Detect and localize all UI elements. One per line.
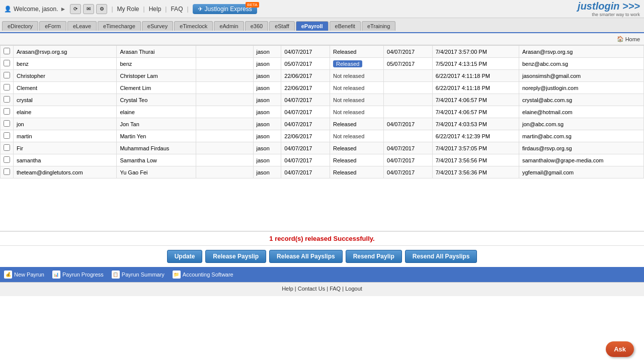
- last-updated-cell: 6/22/2017 4:11:18 PM: [432, 82, 519, 94]
- not-released-text: Not released: [333, 85, 364, 91]
- released-on-cell: [384, 70, 433, 82]
- row-checkbox[interactable]: [4, 60, 10, 66]
- release-status-cell: Released: [330, 58, 383, 70]
- tab-edirectory[interactable]: eDirectory: [2, 21, 38, 31]
- email-cell: elaine@hotmail.com: [519, 106, 643, 118]
- mail-icon-btn[interactable]: ✉: [83, 4, 94, 14]
- row-checkbox[interactable]: [4, 132, 10, 139]
- accounting-icon: 📁: [173, 270, 181, 279]
- row-checkbox[interactable]: [4, 168, 10, 175]
- release-status-cell: Not released: [330, 82, 383, 94]
- home-link[interactable]: 🏠 Home: [617, 36, 640, 42]
- row-checkbox[interactable]: [4, 120, 10, 127]
- payrun-progress-link[interactable]: 📊 Payrun Progress: [52, 270, 104, 279]
- refresh-icon-btn[interactable]: ⟳: [70, 4, 81, 14]
- top-header: 👤 Welcome, jason. ► ⟳ ✉ ⚙ | My Role | He…: [0, 0, 644, 18]
- released-on-cell: 04/07/2017: [384, 118, 433, 130]
- checkbox-cell[interactable]: [1, 106, 14, 118]
- checkbox-cell[interactable]: [1, 166, 14, 178]
- release-status-cell: Not released: [330, 106, 383, 118]
- email-cell: crystal@abc.com.sg: [519, 94, 643, 106]
- tab-esurvey[interactable]: eSurvey: [142, 21, 173, 31]
- row-checkbox[interactable]: [4, 72, 10, 78]
- email-cell: ygfemail@gmail.com: [519, 166, 643, 178]
- resend-all-payslips-button[interactable]: Resend All Payslips: [405, 250, 477, 263]
- justlogin-express-button[interactable]: ✈ Justlogin Express BETA: [193, 4, 257, 14]
- login-id-cell: Arasan@rsvp.org.sg: [14, 46, 117, 58]
- payrun-progress-label: Payrun Progress: [62, 272, 104, 278]
- footer-help[interactable]: Help: [282, 286, 293, 292]
- checkbox-cell[interactable]: [1, 154, 14, 166]
- name-cell: Crystal Teo: [117, 94, 196, 106]
- row-checkbox[interactable]: [4, 108, 10, 115]
- tab-e360[interactable]: e360: [245, 21, 268, 31]
- update-button[interactable]: Update: [167, 250, 203, 263]
- payrun-summary-link[interactable]: 📋 Payrun Summary: [112, 270, 165, 279]
- tab-etraining[interactable]: eTraining: [362, 21, 395, 31]
- row-checkbox[interactable]: [4, 156, 10, 163]
- released-date-cell: 22/06/2017: [281, 82, 330, 94]
- released-date-cell: 04/07/2017: [281, 142, 330, 154]
- tab-eadmin[interactable]: eAdmin: [214, 21, 244, 31]
- resend-paylip-button[interactable]: Resend Paylip: [346, 250, 402, 263]
- table-row: elaine elaine jason 04/07/2017 Not relea…: [1, 106, 644, 118]
- tab-etimeharge[interactable]: eTimecharge: [98, 21, 141, 31]
- released-text: Released: [333, 169, 356, 175]
- email-cell: noreply@justlogin.com: [519, 82, 643, 94]
- name-cell: elaine: [117, 106, 196, 118]
- beta-badge: BETA: [246, 2, 259, 8]
- tab-eleave[interactable]: eLeave: [67, 21, 97, 31]
- footer-faq[interactable]: FAQ: [330, 286, 341, 292]
- checkbox-cell[interactable]: [1, 46, 14, 58]
- name-cell: Muhammad Firdaus: [117, 142, 196, 154]
- released-date-cell: 04/07/2017: [281, 154, 330, 166]
- pay-period-cell: [196, 46, 253, 58]
- plane-icon: ✈: [198, 6, 203, 13]
- tab-estaff[interactable]: eStaff: [269, 21, 295, 31]
- settings-icon-btn[interactable]: ⚙: [96, 4, 107, 14]
- footer-contact-us[interactable]: Contact Us: [298, 286, 325, 292]
- tab-epayroll[interactable]: ePayroll: [296, 21, 329, 31]
- new-payrun-link[interactable]: 💰 New Payrun: [4, 270, 44, 279]
- row-checkbox[interactable]: [4, 48, 10, 54]
- release-status-cell: Released: [330, 46, 383, 58]
- released-on-cell: 05/07/2017: [384, 58, 433, 70]
- checkbox-cell[interactable]: [1, 70, 14, 82]
- release-payslip-button[interactable]: Release Payslip: [205, 250, 266, 263]
- not-released-text: Not released: [333, 97, 364, 103]
- last-updated-cell: 7/4/2017 4:06:57 PM: [432, 94, 519, 106]
- help-link[interactable]: Help: [149, 6, 162, 13]
- ask-button[interactable]: Ask: [606, 341, 634, 357]
- email-cell: firdaus@rsvp.org.sg: [519, 142, 643, 154]
- email-cell: Arasan@rsvp.org.sg: [519, 46, 643, 58]
- login-id-cell: jon: [14, 118, 117, 130]
- my-role-link[interactable]: My Role: [117, 6, 139, 13]
- table-row: Arasan@rsvp.org.sg Arasan Thurai jason 0…: [1, 46, 644, 58]
- login-id-cell: elaine: [14, 106, 117, 118]
- faq-link[interactable]: FAQ: [171, 6, 183, 13]
- last-updated-cell: 7/4/2017 3:56:36 PM: [432, 166, 519, 178]
- released-text: Released: [333, 157, 356, 163]
- row-checkbox[interactable]: [4, 96, 10, 103]
- checkbox-cell[interactable]: [1, 58, 14, 70]
- checkbox-cell[interactable]: [1, 82, 14, 94]
- checkbox-cell[interactable]: [1, 118, 14, 130]
- checkbox-cell[interactable]: [1, 94, 14, 106]
- tab-eform[interactable]: eForm: [39, 21, 66, 31]
- last-updated-cell: 7/4/2017 3:56:56 PM: [432, 154, 519, 166]
- released-by-cell: jason: [253, 130, 281, 142]
- row-checkbox[interactable]: [4, 144, 10, 151]
- released-date-cell: 22/06/2017: [281, 70, 330, 82]
- row-checkbox[interactable]: [4, 84, 10, 90]
- name-cell: Samantha Low: [117, 154, 196, 166]
- tab-etimeclock[interactable]: eTimeclock: [174, 21, 213, 31]
- tab-ebenefit[interactable]: eBenefit: [330, 21, 361, 31]
- released-date-cell: 22/06/2017: [281, 130, 330, 142]
- released-date-cell: 04/07/2017: [281, 106, 330, 118]
- accounting-software-link[interactable]: 📁 Accounting Software: [173, 270, 233, 279]
- released-by-cell: jason: [253, 118, 281, 130]
- checkbox-cell[interactable]: [1, 130, 14, 142]
- checkbox-cell[interactable]: [1, 142, 14, 154]
- release-all-payslips-button[interactable]: Release All Payslips: [269, 250, 343, 263]
- footer-logout[interactable]: Logout: [345, 286, 362, 292]
